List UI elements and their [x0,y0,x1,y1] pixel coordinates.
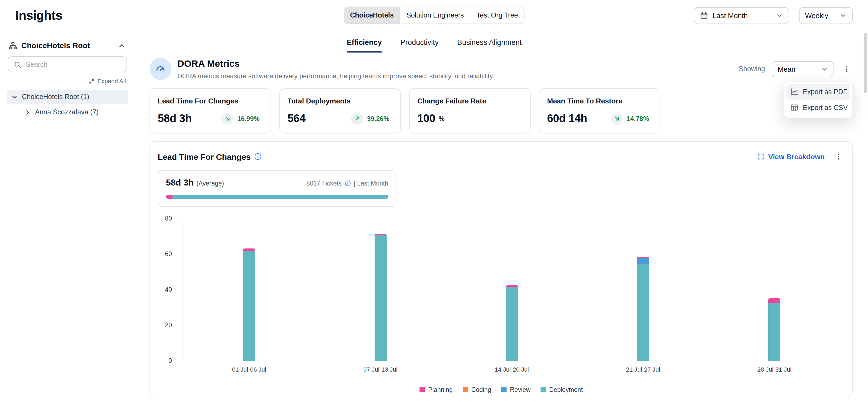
calendar-icon [700,11,708,20]
metric-value: 564 [287,112,306,125]
legend-swatch [463,387,468,392]
bar-segment-deployment [243,251,255,361]
x-axis-label: 21 Jul-27 Jul [626,366,660,373]
legend-label: Planning [428,386,453,393]
expand-icon [757,153,765,160]
chevron-right-icon[interactable] [24,109,31,116]
trend-down-icon [611,112,623,125]
top-bar: Insights ChoiceHotels Solution Engineers… [0,0,868,31]
org-tree-icon [9,41,17,49]
legend-label: Coding [471,386,491,393]
sidebar-collapse-button[interactable] [118,41,126,49]
progress-segment-deployment [173,195,388,199]
search-input[interactable] [26,61,121,68]
bar-segment-planning [243,249,255,251]
metric-delta-value: 14.78% [627,115,649,122]
org-switcher: ChoiceHotels Solution Engineers Test Org… [343,7,524,24]
metric-card-lead-time[interactable]: Lead Time For Changes 58d 3h 16.99% [150,88,271,134]
metric-card-change-failure-rate[interactable]: Change Failure Rate 100 % [409,88,531,134]
metric-card-mean-time-to-restore[interactable]: Mean Time To Restore 60d 14h 14.78% [539,88,660,134]
summary-average-label: (Average) [196,180,224,186]
metric-value: 58d 3h [158,112,192,125]
chart-line-icon [790,88,799,96]
bar-2[interactable] [374,233,386,361]
x-axis-label: 14 Jul-20 Jul [495,366,529,373]
summary-value: 58d 3h [166,178,194,188]
lead-time-title: Lead Time For Changes [158,152,251,161]
tab-efficiency[interactable]: Efficiency [347,38,382,53]
y-axis-tick: 40 [158,286,172,293]
sidebar-search [8,56,127,72]
y-axis-tick: 80 [158,215,172,221]
dora-titles: DORA Metrics DORA metrics measure softwa… [178,58,494,80]
y-axis-tick: 60 [158,251,172,257]
export-menu: Export as PDF Export as CSV [784,81,852,118]
dora-metrics-header: DORA Metrics DORA metrics measure softwa… [150,58,852,80]
lead-time-kebab-menu-button[interactable] [832,150,844,163]
dora-metrics-icon [150,58,172,80]
dora-metric-cards: Lead Time For Changes 58d 3h 16.99% Tota… [150,88,852,134]
tab-business-alignment[interactable]: Business Alignment [457,38,522,53]
expand-all-label: Expand All [97,78,126,84]
tree-item-label: Anna Scozzafava (7) [35,108,99,116]
chart-plot-area: 01 Jul-06 Jul07 Jul-13 Jul14 Jul-20 Jul2… [183,219,840,361]
x-axis-label: 28 Jul-31 Jul [757,366,792,373]
export-csv-label: Export as CSV [803,104,848,111]
export-csv-menu-item[interactable]: Export as CSV [786,100,850,115]
tree-item-anna-scozzafava[interactable]: Anna Scozzafava (7) [7,105,128,119]
tree-item-choicehotels-root[interactable]: ChoiceHotels Root (1) [7,90,128,104]
dora-kebab-menu-button[interactable] [841,63,852,75]
bar-segment-deployment [506,287,518,361]
bar-3[interactable] [506,285,518,361]
x-axis-label: 01 Jul-06 Jul [232,366,266,373]
main-content: Efficiency Productivity Business Alignme… [134,31,868,411]
metric-card-total-deployments[interactable]: Total Deployments 564 39.26% [279,88,401,134]
lead-time-chart-card: Lead Time For Changes View Breakdown [150,141,852,397]
chevron-down-icon [776,12,783,19]
info-icon[interactable] [344,180,351,186]
metric-delta: 16.99% [221,112,259,125]
legend-item-coding[interactable]: Coding [463,386,491,393]
sidebar-header: ChoiceHotels Root [7,37,128,54]
legend-swatch [420,387,425,392]
bar-segment-planning [768,299,780,303]
bar-1[interactable] [243,249,255,361]
metric-title: Lead Time For Changes [158,97,263,105]
chevron-down-icon[interactable] [11,93,18,100]
aggregation-dropdown[interactable]: Mean [772,61,834,77]
metric-delta: 14.78% [611,112,649,125]
trend-down-icon [221,112,234,125]
metric-value: 100 [417,112,435,125]
org-tab-test-org-tree[interactable]: Test Org Tree [470,7,524,24]
org-tab-solution-engineers[interactable]: Solution Engineers [400,7,470,24]
trend-up-icon [351,112,363,125]
y-axis-tick: 0 [158,357,172,364]
scrollbar-thumb[interactable] [864,33,867,93]
legend-item-review[interactable]: Review [501,386,530,393]
x-axis-label: 07 Jul-13 Jul [363,366,398,373]
date-range-dropdown[interactable]: Last Month [694,7,789,24]
export-pdf-menu-item[interactable]: Export as PDF [786,84,850,100]
legend-label: Deployment [549,386,583,393]
view-breakdown-button[interactable]: View Breakdown [757,152,825,161]
info-icon[interactable] [254,153,262,160]
sidebar-root-label: ChoiceHotels Root [21,41,90,50]
bar-4[interactable] [637,257,649,361]
chart-legend: PlanningCodingReviewDeployment [158,386,844,393]
granularity-dropdown[interactable]: Weekly [799,7,852,24]
summary-period: | Last Month [354,180,388,186]
bar-segment-deployment [374,235,386,361]
metric-title: Change Failure Rate [417,97,522,105]
bar-5[interactable] [768,299,780,361]
legend-swatch [501,387,506,392]
legend-item-deployment[interactable]: Deployment [540,386,583,393]
y-axis: 020406080 [158,219,172,361]
metric-delta-value: 39.26% [367,115,390,122]
search-icon [14,61,21,68]
tab-productivity[interactable]: Productivity [400,38,439,53]
org-tab-choicehotels[interactable]: ChoiceHotels [344,7,400,24]
expand-all-button[interactable]: Expand All [7,75,128,90]
export-pdf-label: Export as PDF [803,88,847,96]
lead-time-summary-card: 58d 3h (Average) 8017 Tickets | Last Mon… [158,170,397,207]
legend-item-planning[interactable]: Planning [420,386,453,393]
